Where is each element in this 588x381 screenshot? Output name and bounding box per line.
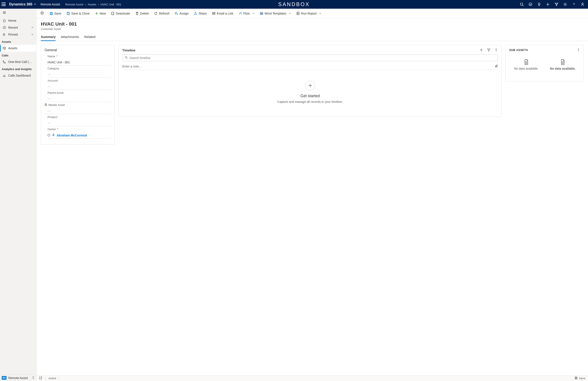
sidebar: Home Recent Pinned Assets Assets Calls O… — [0, 9, 37, 381]
sidebar-item-home[interactable]: Home — [0, 17, 36, 24]
clock-icon — [3, 26, 6, 29]
share-button[interactable]: Share — [191, 10, 209, 17]
statusbar-save-button[interactable]: Save — [574, 377, 585, 380]
email-link-button[interactable]: Email a Link — [210, 10, 235, 17]
chevron-down-icon — [289, 12, 291, 15]
filter-icon[interactable] — [555, 2, 558, 6]
sidebar-item-calls-dashboard[interactable]: Calls Dashboard — [0, 72, 36, 79]
back-button[interactable] — [39, 10, 46, 17]
run-report-button[interactable]: Run Report — [294, 10, 324, 17]
settings-icon[interactable] — [563, 2, 567, 6]
refresh-button[interactable]: Refresh — [152, 10, 172, 17]
command-bar: Save Save & Close New Deactivate Delete — [37, 9, 588, 18]
svg-point-14 — [496, 49, 496, 49]
breadcrumb-item[interactable]: HVAC Unit - 001 — [101, 3, 121, 6]
new-button[interactable]: New — [93, 10, 108, 17]
flow-icon — [238, 12, 242, 15]
save-icon — [574, 377, 578, 380]
flow-button[interactable]: Flow — [236, 10, 257, 17]
user-icon[interactable] — [581, 2, 585, 6]
sidebar-item-label: Home — [8, 19, 16, 22]
brand-label[interactable]: Dynamics 365 — [9, 2, 32, 6]
refresh-icon — [154, 12, 157, 15]
statusbar-save-label: Save — [579, 377, 585, 380]
person-icon — [52, 133, 55, 137]
save-close-label: Save & Close — [71, 12, 90, 15]
cube-icon — [3, 46, 6, 50]
field-value-owner[interactable]: Abraham McCormick — [48, 132, 111, 139]
chevron-down-icon — [31, 33, 34, 36]
sidebar-section-analytics: Analytics and Insights — [0, 65, 36, 72]
phone-icon — [3, 60, 6, 64]
svg-point-0 — [520, 3, 523, 5]
save-button[interactable]: Save — [47, 10, 63, 17]
timeline-note-row[interactable]: Enter a note... — [122, 63, 498, 70]
timeline-card: Timeline Enter a note... — [119, 45, 502, 117]
sidebar-item-pinned[interactable]: Pinned — [0, 31, 36, 38]
timeline-add-icon[interactable] — [480, 48, 483, 52]
status-bar: Active Save — [37, 375, 588, 381]
timeline-more-icon[interactable] — [494, 48, 498, 52]
svg-rect-11 — [45, 104, 47, 106]
svg-point-15 — [496, 50, 496, 50]
sidebar-app-switcher[interactable]: RA Remote Assist — [0, 375, 36, 381]
svg-point-2 — [565, 4, 566, 5]
chevron-down-icon — [252, 12, 254, 15]
owner-name: Abraham McCormick — [57, 134, 87, 137]
subassets-more-icon[interactable] — [577, 48, 580, 52]
tab-summary[interactable]: Summary — [41, 34, 56, 41]
field-value-product[interactable]: --- — [48, 120, 111, 126]
help-icon[interactable] — [572, 2, 576, 6]
attach-icon[interactable] — [495, 64, 498, 68]
tab-related[interactable]: Related — [84, 34, 96, 41]
deactivate-button[interactable]: Deactivate — [109, 10, 132, 17]
pin-icon — [3, 33, 6, 36]
lightbulb-icon[interactable] — [537, 2, 541, 6]
brand-caret-icon[interactable] — [34, 3, 36, 6]
share-icon — [194, 12, 197, 15]
breadcrumb-item[interactable]: Remote Assist — [65, 3, 83, 6]
page-subtitle: Customer Asset — [41, 27, 584, 31]
flow-label: Flow — [243, 12, 250, 15]
timeline-filter-icon[interactable] — [487, 48, 490, 52]
app-launcher-icon[interactable] — [2, 2, 6, 6]
sidebar-section-assets: Assets — [0, 38, 36, 45]
content-area: Save Save & Close New Deactivate Delete — [37, 9, 588, 381]
breadcrumb-item[interactable]: Assets — [88, 3, 96, 6]
word-templates-button[interactable]: Word Templates — [258, 10, 294, 17]
timeline-search[interactable] — [122, 55, 498, 61]
plus-icon[interactable] — [546, 2, 550, 6]
svg-point-13 — [53, 134, 54, 135]
search-icon[interactable] — [520, 2, 524, 6]
home-icon — [3, 19, 6, 22]
field-value-category[interactable]: --- — [48, 71, 111, 78]
svg-point-20 — [578, 51, 579, 51]
svg-point-17 — [125, 57, 127, 58]
task-icon[interactable] — [528, 2, 532, 6]
sidebar-item-recent[interactable]: Recent — [0, 24, 36, 31]
run-report-label: Run Report — [301, 12, 317, 15]
sidebar-item-assets[interactable]: Assets — [0, 45, 36, 52]
sidebar-item-label: Pinned — [8, 33, 18, 36]
report-icon — [296, 12, 300, 15]
assign-button[interactable]: Assign — [172, 10, 191, 17]
popout-icon[interactable] — [39, 377, 42, 380]
subassets-card: SUB ASSETS No data available. — [505, 45, 584, 81]
sidebar-item-label: Calls Dashboard — [8, 74, 31, 77]
timeline-add-circle[interactable] — [305, 81, 315, 90]
tab-attachments[interactable]: Attachments — [61, 34, 79, 41]
nodata-text: No data available. — [509, 67, 544, 70]
document-icon — [524, 59, 529, 66]
field-value-parent-asset[interactable]: --- — [48, 96, 111, 102]
email-link-label: Email a Link — [217, 12, 233, 15]
save-label: Save — [54, 12, 61, 15]
delete-button[interactable]: Delete — [133, 10, 151, 17]
sidebar-item-onetime-call[interactable]: One-time Call (Previ... — [0, 58, 36, 65]
field-value-account[interactable]: --- — [48, 84, 111, 90]
field-label-parent-asset: Parent Asset — [48, 91, 111, 94]
save-close-button[interactable]: Save & Close — [64, 10, 92, 17]
hamburger-icon[interactable] — [0, 9, 36, 17]
field-label-master-asset: Master Asset — [44, 103, 111, 107]
timeline-search-input[interactable] — [129, 56, 495, 60]
field-value-name[interactable]: HVAC Unit - 001 — [48, 59, 111, 66]
